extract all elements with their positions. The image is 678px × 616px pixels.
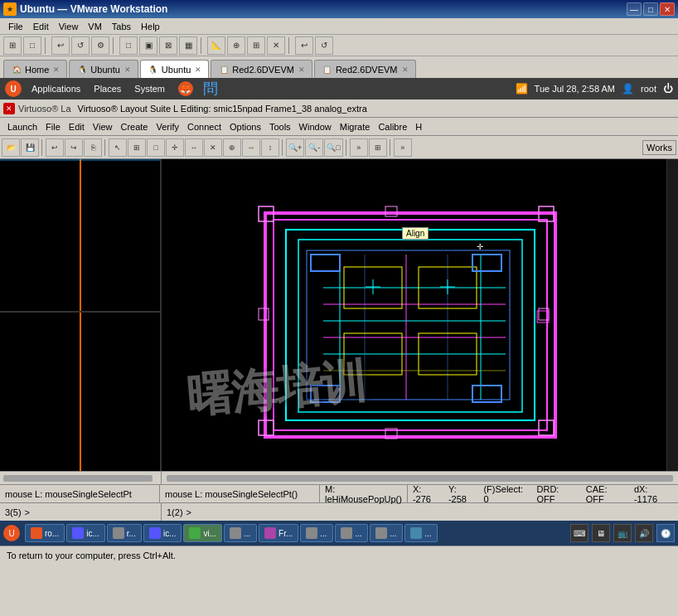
- taskbar-item-4[interactable]: ic...: [143, 524, 182, 542]
- virt-tb-open[interactable]: 📂: [2, 138, 20, 157]
- tab-ubuntu2-close[interactable]: ✕: [195, 65, 201, 74]
- toolbar-btn-10[interactable]: 📐: [207, 36, 225, 55]
- virt-tb-horiz[interactable]: ↔: [242, 138, 260, 157]
- left-hscroll[interactable]: [0, 472, 162, 484]
- ubuntu-places[interactable]: Places: [90, 84, 124, 94]
- toolbar-btn-9[interactable]: ▦: [179, 36, 197, 55]
- tab-home-close[interactable]: ✕: [53, 65, 60, 74]
- menu-edit[interactable]: Edit: [28, 21, 54, 32]
- taskbar-item-10[interactable]: ...: [370, 524, 403, 542]
- virt-tb-wire[interactable]: ⊞: [128, 138, 146, 157]
- taskbar-item-7[interactable]: Fr...: [259, 524, 298, 542]
- taskbar-item-9[interactable]: ...: [335, 524, 368, 542]
- eda-canvas[interactable]: Align ✛: [162, 159, 666, 471]
- tab-home[interactable]: 🏠 Home ✕: [3, 60, 67, 78]
- tab-ubuntu-1[interactable]: 🐧 Ubuntu ✕: [69, 60, 138, 78]
- tab-ubuntu-2[interactable]: 🐧 Ubuntu ✕: [140, 60, 209, 78]
- toolbar-btn-8[interactable]: ⊠: [159, 36, 177, 55]
- toolbar-btn-7[interactable]: ▣: [139, 36, 157, 55]
- virt-tb-select[interactable]: ↖: [109, 138, 127, 157]
- virt-menu-h[interactable]: H: [411, 121, 426, 133]
- virt-menu-view[interactable]: View: [89, 121, 117, 133]
- taskbar-item-1[interactable]: ro...: [25, 524, 65, 542]
- toolbar-btn-12[interactable]: ⊞: [247, 36, 265, 55]
- virt-tb-plus[interactable]: ⊕: [223, 138, 241, 157]
- virt-menu-create[interactable]: Create: [116, 121, 152, 133]
- virt-menu-launch[interactable]: Launch: [3, 121, 41, 133]
- maximize-button[interactable]: □: [643, 2, 658, 16]
- virt-tb-copy[interactable]: ⎘: [84, 138, 102, 157]
- menu-file[interactable]: File: [3, 21, 28, 32]
- virt-close-btn[interactable]: ✕: [3, 103, 15, 114]
- left-hscroll-bar[interactable]: [3, 475, 153, 482]
- virt-tb-move[interactable]: ✛: [166, 138, 184, 157]
- taskbar-item-5[interactable]: vi...: [183, 524, 222, 542]
- virt-tb-rect[interactable]: □: [147, 138, 165, 157]
- minimize-button[interactable]: —: [627, 2, 642, 16]
- main-layout: Align ✛: [0, 159, 678, 471]
- virt-tb-stretch[interactable]: ↔: [185, 138, 203, 157]
- virt-menu-connect[interactable]: Connect: [183, 121, 225, 133]
- virt-menu-verify[interactable]: Verify: [152, 121, 183, 133]
- toolbar-btn-13[interactable]: ✕: [267, 36, 285, 55]
- browser-tab-bar: 🏠 Home ✕ 🐧 Ubuntu ✕ 🐧 Ubuntu ✕ 📋 Red2.6D…: [0, 56, 678, 78]
- virt-menu-options[interactable]: Options: [225, 121, 265, 133]
- toolbar-btn-3[interactable]: ↩: [51, 36, 70, 55]
- virt-menu-calibre[interactable]: Calibre: [374, 121, 411, 133]
- virt-menu-window[interactable]: Window: [295, 121, 336, 133]
- main-hscroll-bar[interactable]: [167, 475, 673, 482]
- virt-tb-undo[interactable]: ↩: [46, 138, 64, 157]
- virt-tb-zoomfit[interactable]: 🔍□: [324, 138, 342, 157]
- toolbar-btn-14[interactable]: ↩: [295, 36, 313, 55]
- virt-menu-file[interactable]: File: [41, 121, 65, 133]
- taskbar-sys-icon-2[interactable]: 🖥: [592, 524, 610, 542]
- ubuntu-applications[interactable]: Applications: [28, 84, 84, 94]
- tab-red1[interactable]: 📋 Red2.6DVEVM ✕: [211, 60, 312, 78]
- taskbar-item-11[interactable]: ...: [404, 524, 438, 542]
- toolbar-btn-2[interactable]: □: [23, 36, 41, 55]
- menu-view[interactable]: View: [54, 21, 84, 32]
- virt-tb-extra2[interactable]: »: [394, 138, 412, 157]
- taskbar-sys-icon-1[interactable]: ⌨: [570, 524, 588, 542]
- virt-menu-tools[interactable]: Tools: [265, 121, 295, 133]
- works-button[interactable]: Works: [642, 140, 676, 155]
- virt-tb-extra[interactable]: ⊞: [369, 138, 387, 157]
- toolbar-btn-6[interactable]: □: [119, 36, 138, 55]
- taskbar-clock-icon[interactable]: 🕐: [656, 524, 675, 542]
- taskbar-sys-icon-4[interactable]: 🔊: [635, 524, 653, 542]
- tab-ubuntu1-close[interactable]: ✕: [124, 65, 131, 74]
- taskbar-item-2[interactable]: ic...: [66, 524, 105, 542]
- taskbar-item-6[interactable]: ...: [224, 524, 257, 542]
- close-button[interactable]: ✕: [660, 2, 675, 16]
- virt-menu-migrate[interactable]: Migrate: [336, 121, 375, 133]
- power-icon[interactable]: ⏻: [663, 83, 673, 95]
- tab-red2-close[interactable]: ✕: [402, 65, 409, 74]
- toolbar-btn-4[interactable]: ↺: [71, 36, 90, 55]
- tab-red1-close[interactable]: ✕: [298, 65, 305, 74]
- virt-tb-save[interactable]: 💾: [21, 138, 39, 157]
- virt-tb-redo[interactable]: ↪: [65, 138, 83, 157]
- virt-tb-zoomin[interactable]: 🔍+: [286, 138, 304, 157]
- menu-help[interactable]: Help: [136, 21, 165, 32]
- virt-tb-zoomout[interactable]: 🔍-: [305, 138, 323, 157]
- taskbar-item-3[interactable]: r...: [107, 524, 142, 542]
- virt-tb-sep2: [104, 139, 106, 156]
- apps-icon[interactable]: 問: [203, 79, 218, 99]
- ubuntu-system[interactable]: System: [131, 84, 168, 94]
- menu-vm[interactable]: VM: [83, 21, 107, 32]
- firefox-icon[interactable]: 🦊: [178, 81, 193, 96]
- toolbar-btn-5[interactable]: ⚙: [91, 36, 109, 55]
- tab-red2[interactable]: 📋 Red2.6DVEVM ✕: [314, 60, 416, 78]
- toolbar-btn-11[interactable]: ⊕: [227, 36, 245, 55]
- virt-tb-chevron[interactable]: »: [350, 138, 368, 157]
- taskbar-sys-icon-3[interactable]: 📺: [613, 524, 632, 542]
- menu-tabs[interactable]: Tabs: [107, 21, 136, 32]
- virt-tb-delete[interactable]: ✕: [204, 138, 222, 157]
- main-hscroll[interactable]: [162, 472, 678, 484]
- virt-menu-edit[interactable]: Edit: [65, 121, 89, 133]
- virt-tb-vert[interactable]: ↕: [261, 138, 279, 157]
- toolbar-btn-15[interactable]: ↺: [315, 36, 333, 55]
- toolbar-btn-1[interactable]: ⊞: [3, 36, 22, 55]
- taskbar-item-8[interactable]: ...: [300, 524, 333, 542]
- fselect: (F)Select: 0: [483, 484, 530, 504]
